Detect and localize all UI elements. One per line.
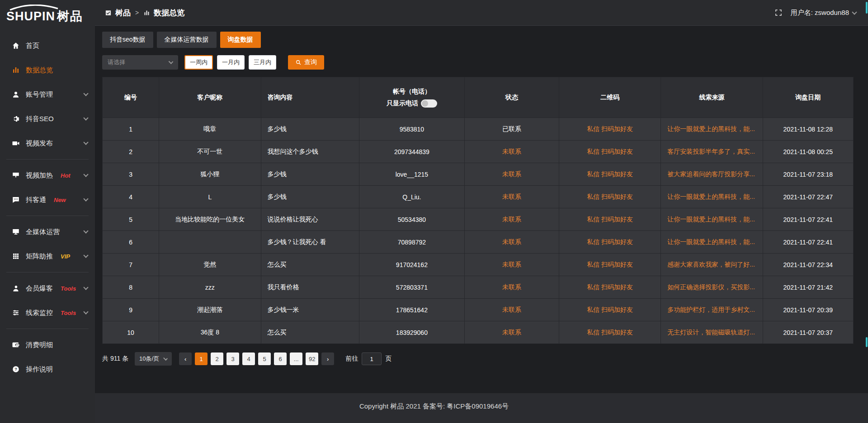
nickname-cell: 哦章	[159, 118, 261, 141]
source-link[interactable]: 多功能护栏灯，适用于乡村文...	[661, 299, 763, 321]
page-size-select[interactable]: 10条/页	[135, 352, 172, 366]
page-ellipsis[interactable]: ...	[290, 352, 302, 365]
pagination: 共 911 条 10条/页 ‹ 123456...92 › 前往 页	[102, 352, 854, 366]
date-cell: 2021-11-07 22:47	[763, 186, 853, 208]
qrcode-link[interactable]: 私信 扫码加好友	[559, 299, 660, 321]
sidebar-item-9[interactable]: 全媒体运营	[0, 220, 95, 244]
sliders-icon	[12, 309, 20, 317]
nickname-cell: 36度 8	[159, 321, 261, 344]
next-page-button[interactable]: ›	[321, 352, 334, 365]
prev-page-button[interactable]: ‹	[179, 352, 192, 365]
sidebar-item-label: 全媒体运营	[26, 228, 60, 236]
source-link[interactable]: 让你一眼就爱上的黑科技，能...	[661, 231, 763, 254]
sidebar-item-badge: Hot	[61, 172, 71, 179]
qrcode-link[interactable]: 私信 扫码加好友	[559, 141, 660, 163]
sidebar-item-7[interactable]: 抖客通 New	[0, 188, 95, 212]
qrcode-link[interactable]: 私信 扫码加好友	[559, 231, 660, 254]
status-text: 未联系	[502, 329, 521, 336]
sidebar-divider	[6, 329, 89, 329]
footer: Copyright 树品 2021 备案号: 粤ICP备09019646号	[0, 393, 868, 423]
nickname-cell	[159, 231, 261, 254]
period-buttons: 一周内一月内三月内	[184, 55, 276, 70]
page-button-5[interactable]: 5	[258, 352, 271, 365]
source-link[interactable]: 无主灯设计，智能磁吸轨道灯...	[661, 321, 763, 344]
breadcrumb-root[interactable]: 树品	[115, 8, 131, 18]
period-button-1[interactable]: 一月内	[217, 55, 245, 70]
nickname-cell: L	[159, 186, 261, 208]
status-text: 未联系	[502, 216, 521, 223]
sidebar-item-label: 抖客通	[26, 196, 46, 204]
sidebar-item-2[interactable]: 账号管理	[0, 82, 95, 107]
sidebar-item-12[interactable]: 会员爆客 Tools	[0, 276, 95, 301]
sidebar-item-badge: New	[54, 197, 66, 203]
row-id-cell: 4	[103, 186, 159, 208]
table-row: 7 觉然 怎么买 917024162 未联系 私信 扫码加好友 感谢大家喜欢我家…	[103, 254, 854, 276]
copyright-text: Copyright 树品 2021 备案号: 粤ICP备09019646号	[359, 402, 509, 411]
page-button-3[interactable]: 3	[226, 352, 239, 365]
tab-1[interactable]: 全媒体运营数据	[157, 32, 217, 48]
sidebar-item-badge: VIP	[61, 253, 70, 260]
nickname-cell: 潮起潮落	[159, 299, 261, 321]
source-link[interactable]: 被大家追着问的客厅投影分享...	[661, 163, 763, 186]
chevron-down-icon	[83, 309, 88, 314]
status-text: 已联系	[502, 125, 521, 132]
sidebar-item-1[interactable]: 数据总览	[0, 58, 95, 82]
main-content: 抖音seo数据全媒体运营数据询盘数据 请选择 一周内一月内三月内 查询 编号 客…	[95, 26, 868, 393]
sidebar-item-4[interactable]: 视频发布	[0, 131, 95, 155]
help-icon	[12, 365, 20, 373]
goto-page-input[interactable]	[362, 352, 382, 365]
qrcode-link[interactable]: 私信 扫码加好友	[559, 208, 660, 231]
qrcode-link[interactable]: 私信 扫码加好友	[559, 276, 660, 299]
period-button-0[interactable]: 一周内	[184, 55, 213, 70]
sidebar-item-6[interactable]: 视频加热 Hot	[0, 163, 95, 188]
source-link[interactable]: 让你一眼就爱上的黑科技，能...	[661, 186, 763, 208]
page-button-4[interactable]: 4	[242, 352, 255, 365]
search-button-label: 查询	[304, 58, 317, 66]
tab-0[interactable]: 抖音seo数据	[102, 32, 153, 48]
tab-2[interactable]: 询盘数据	[220, 32, 261, 48]
source-link[interactable]: 如何正确选择投影仪，买投影...	[661, 276, 763, 299]
user-menu[interactable]: 用户名: zswodun88	[791, 9, 856, 17]
fullscreen-icon[interactable]	[774, 9, 783, 17]
sidebar-item-10[interactable]: 矩阵助推 VIP	[0, 244, 95, 268]
qrcode-link[interactable]: 私信 扫码加好友	[559, 254, 660, 276]
sidebar-item-0[interactable]: 首页	[0, 33, 95, 58]
sidebar-item-16[interactable]: 操作说明	[0, 357, 95, 381]
sidebar-item-3[interactable]: 抖音SEO	[0, 107, 95, 131]
qrcode-link[interactable]: 私信 扫码加好友	[559, 186, 660, 208]
sidebar-item-label: 操作说明	[26, 365, 53, 374]
sidebar-item-13[interactable]: 线索监控 Tools	[0, 301, 95, 325]
username-label: 用户名: zswodun88	[791, 9, 849, 17]
page-button-2[interactable]: 2	[211, 352, 223, 365]
page-button-1[interactable]: 1	[195, 352, 208, 365]
header-source: 线索来源	[661, 77, 763, 118]
qrcode-link[interactable]: 私信 扫码加好友	[559, 321, 660, 344]
source-link[interactable]: 让你一眼就爱上的黑科技，能...	[661, 208, 763, 231]
status-text: 未联系	[502, 261, 521, 268]
qrcode-link[interactable]: 私信 扫码加好友	[559, 163, 660, 186]
source-link[interactable]: 感谢大家喜欢我家，被问了好...	[661, 254, 763, 276]
sidebar-item-15[interactable]: 消费明细	[0, 333, 95, 357]
pagination-pages: 123456...92	[195, 352, 321, 365]
status-text: 未联系	[502, 193, 521, 200]
search-button[interactable]: 查询	[288, 55, 324, 70]
filter-select[interactable]: 请选择	[102, 55, 178, 70]
phone-toggle-label: 只显示电话	[387, 99, 418, 108]
scrollbar-thumb-mid[interactable]	[866, 337, 868, 347]
page-button-92[interactable]: 92	[306, 352, 318, 365]
period-button-2[interactable]: 三月内	[249, 55, 276, 70]
status-text: 未联系	[502, 306, 521, 313]
scrollbar-thumb-top[interactable]	[866, 2, 868, 14]
source-link[interactable]: 让你一眼就爱上的黑科技，能...	[661, 118, 763, 141]
page-button-6[interactable]: 6	[274, 352, 287, 365]
date-cell: 2021-11-07 22:34	[763, 254, 853, 276]
row-id-cell: 8	[103, 276, 159, 299]
source-link[interactable]: 客厅安装投影半年多了，真实...	[661, 141, 763, 163]
content-cell: 多少钱一米	[261, 299, 359, 321]
row-id-cell: 2	[103, 141, 159, 163]
phone-only-toggle[interactable]	[421, 99, 437, 108]
account-cell: 50534380	[359, 208, 465, 231]
filter-bar: 请选择 一周内一月内三月内 查询	[102, 55, 854, 70]
content-cell: 多少钱？让我死心 看	[261, 231, 359, 254]
qrcode-link[interactable]: 私信 扫码加好友	[559, 118, 660, 141]
